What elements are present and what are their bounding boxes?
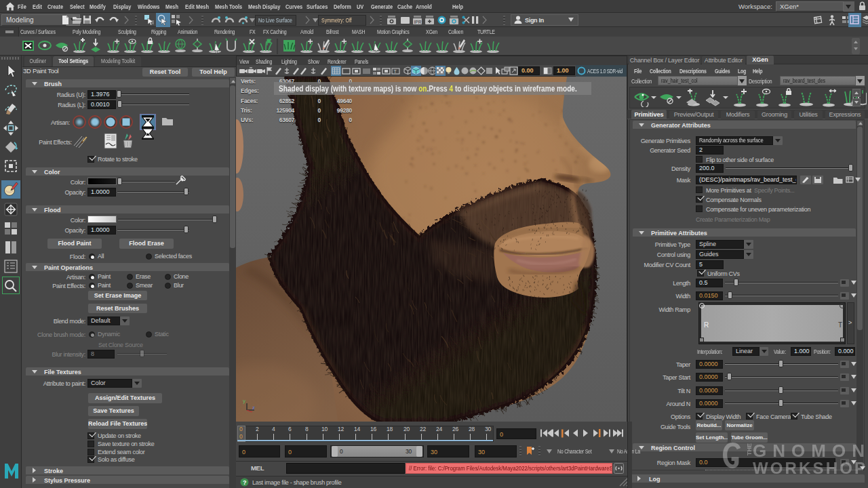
svg-text:IPR: IPR (414, 20, 422, 24)
svg-text:THE: THE (746, 443, 753, 455)
svg-text:y: y (243, 398, 245, 404)
svg-text:WORKSHOP: WORKSHOP (753, 459, 865, 476)
svg-text:z: z (252, 405, 255, 411)
svg-text:?: ? (243, 479, 247, 486)
svg-text:T: T (394, 69, 397, 74)
svg-text:GNOMON: GNOMON (753, 441, 865, 461)
